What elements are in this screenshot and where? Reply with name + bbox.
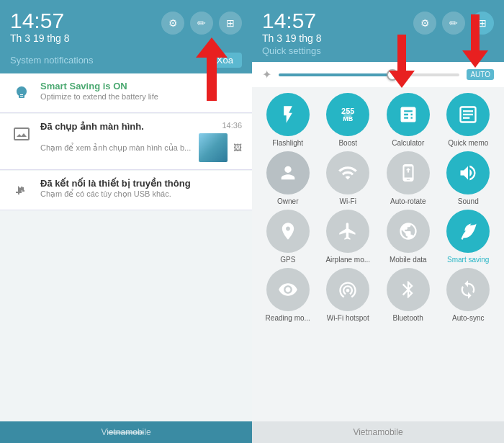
brightness-auto-btn[interactable]: AUTO [467, 69, 494, 80]
left-time-block: 14:57 Th 3 19 thg 8 [10, 9, 70, 44]
boost-icon-circle[interactable]: 255 MB [326, 93, 369, 136]
svg-rect-1 [463, 110, 473, 112]
left-bottom-label: Vietnamobile [101, 427, 150, 437]
left-time: 14:57 [10, 9, 70, 32]
arrow-up-indicator [196, 37, 228, 101]
quick-settings-label: Quick settings [262, 45, 322, 56]
right-time-block: 14:57 Th 3 19 thg 8 Quick settings [262, 9, 322, 56]
wifi-icon-circle[interactable] [326, 151, 369, 194]
brightness-slider[interactable] [279, 73, 459, 76]
auto-rotate-icon-circle[interactable] [387, 151, 430, 194]
notifications-list: Smart Saving is ON Optimize to extend th… [0, 73, 252, 421]
owner-label: Owner [277, 197, 298, 205]
flashlight-label: Flashlight [272, 139, 303, 147]
left-header-icons: ⚙ ✏ ⊞ [161, 12, 242, 35]
right-settings-icon[interactable]: ⚙ [413, 12, 436, 35]
settings-icon-btn[interactable]: ⚙ [161, 12, 184, 35]
wifi-hotspot-label: Wi-Fi hotspot [327, 314, 369, 322]
notif-usb-content: Đã kết nối là thiết bị truyền thông Chạm… [40, 178, 242, 199]
calculator-icon-circle[interactable] [387, 93, 430, 136]
qs-bluetooth[interactable]: Bluetooth [379, 268, 437, 322]
brightness-fill [279, 73, 396, 76]
grid-icon-btn[interactable]: ⊞ [219, 12, 242, 35]
smart-saving-icon [10, 82, 33, 105]
gps-label: GPS [280, 256, 295, 264]
notif-usb-subtitle: Chạm để có các tùy chọn USB khác. [40, 189, 242, 199]
notif-screenshot[interactable]: Đã chụp ảnh màn hình. 14:36 Chạm để xem … [0, 114, 252, 170]
usb-icon [10, 179, 33, 202]
notif-screenshot-subtitle: Chạm để xem ảnh chụp màn hình của b... [40, 143, 193, 153]
left-panel: 14:57 Th 3 19 thg 8 ⚙ ✏ ⊞ System notific… [0, 0, 252, 443]
mobile-data-label: Mobile data [390, 256, 427, 264]
mobile-data-icon-circle[interactable] [387, 210, 430, 253]
quick-memo-icon-circle[interactable] [446, 93, 490, 136]
right-bottom-label: Vietnamobile [353, 427, 402, 437]
notif-screenshot-content: Đã chụp ảnh màn hình. 14:36 Chạm để xem … [40, 121, 242, 162]
qs-flashlight[interactable]: Flashlight [259, 93, 317, 147]
bluetooth-icon-circle[interactable] [387, 268, 430, 311]
qs-quick-memo[interactable]: Quick memo [440, 93, 498, 147]
qs-owner[interactable]: Owner [259, 151, 317, 205]
smart-saving-icon-circle[interactable] [446, 210, 490, 253]
quick-settings-grid: Flashlight 255 MB Boost Calculator [252, 87, 504, 328]
boost-size: 255 [341, 107, 354, 115]
auto-sync-label: Auto-sync [452, 314, 484, 322]
boost-unit: MB [343, 115, 353, 122]
auto-rotate-label: Auto-rotate [390, 197, 426, 205]
notif-usb-title: Đã kết nối là thiết bị truyền thông [40, 178, 242, 189]
qs-smart-saving[interactable]: Smart saving [440, 210, 498, 264]
qs-wifi-hotspot[interactable]: Wi-Fi hotspot [320, 268, 377, 322]
svg-rect-2 [463, 114, 473, 115]
airplane-label: Airplane mo... [325, 256, 370, 264]
wifi-hotspot-icon-circle[interactable] [326, 268, 369, 311]
wifi-label: Wi-Fi [340, 197, 356, 205]
reading-mode-icon-circle[interactable] [266, 268, 310, 311]
sound-label: Sound [458, 197, 479, 205]
qs-sound[interactable]: Sound [440, 151, 498, 205]
quick-memo-label: Quick memo [448, 139, 488, 147]
qs-wifi[interactable]: Wi-Fi [320, 151, 377, 205]
right-bottom-bar: Vietnamobile [252, 421, 504, 443]
edit-icon-btn[interactable]: ✏ [190, 12, 213, 35]
owner-icon-circle[interactable] [266, 151, 310, 194]
bluetooth-label: Bluetooth [393, 314, 423, 322]
boost-label: Boost [338, 139, 357, 147]
right-panel: 14:57 Th 3 19 thg 8 Quick settings ⚙ ✏ ⊞… [252, 0, 504, 443]
flashlight-icon-circle[interactable] [266, 93, 310, 136]
notif-screenshot-title: Đã chụp ảnh màn hình. [40, 121, 144, 132]
arrow-down-left-indicator [389, 35, 415, 88]
system-notif-label: System notifications [10, 55, 94, 66]
qs-boost[interactable]: 255 MB Boost [320, 93, 377, 147]
gps-icon-circle[interactable] [266, 210, 310, 253]
notif-screenshot-thumb [199, 133, 228, 162]
airplane-icon-circle[interactable] [326, 210, 369, 253]
qs-mobile-data[interactable]: Mobile data [379, 210, 437, 264]
qs-calculator[interactable]: Calculator [379, 93, 437, 147]
reading-mode-label: Reading mo... [266, 314, 310, 322]
left-date: Th 3 19 thg 8 [10, 32, 70, 44]
right-time: 14:57 [262, 9, 322, 32]
notif-screenshot-time: 14:36 [222, 121, 242, 130]
right-date: Th 3 19 thg 8 [262, 32, 322, 44]
qs-reading-mode[interactable]: Reading mo... [259, 268, 317, 322]
screenshot-icon [10, 122, 33, 146]
calculator-label: Calculator [392, 139, 424, 147]
arrow-down-right-indicator [462, 14, 488, 68]
svg-rect-3 [463, 117, 469, 119]
brightness-low-icon: ✦ [262, 68, 271, 81]
left-bottom-bar: Vietnamobile [0, 421, 252, 443]
qs-airplane[interactable]: Airplane mo... [320, 210, 377, 264]
notif-usb[interactable]: Đã kết nối là thiết bị truyền thông Chạm… [0, 171, 252, 210]
qs-gps[interactable]: GPS [259, 210, 317, 264]
qs-auto-sync[interactable]: Auto-sync [440, 268, 498, 322]
sound-icon-circle[interactable] [446, 151, 490, 194]
auto-sync-icon-circle[interactable] [446, 268, 490, 311]
qs-auto-rotate[interactable]: Auto-rotate [379, 151, 437, 205]
smart-saving-label: Smart saving [447, 256, 489, 264]
